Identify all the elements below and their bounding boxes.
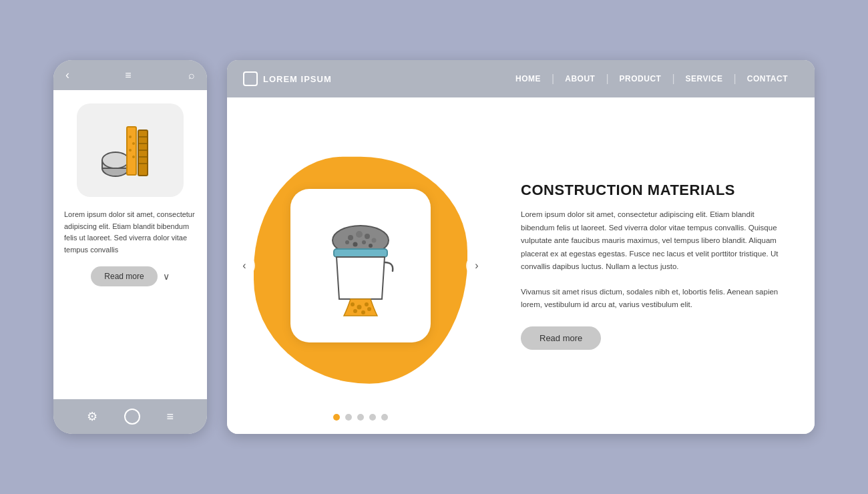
dot-2[interactable]: [345, 414, 352, 421]
desktop-body: ‹ › CONSTRUCTION MATERIALS Lorem: [227, 97, 815, 434]
settings-icon[interactable]: ⚙: [87, 409, 97, 424]
dot-5[interactable]: [381, 414, 388, 421]
nav-about[interactable]: ABOUT: [554, 74, 606, 83]
slider-left-arrow[interactable]: ‹: [234, 255, 255, 276]
right-chevron-icon: ›: [475, 260, 478, 272]
desktop-right-panel: CONSTRUCTION MATERIALS Lorem ipsum dolor…: [494, 97, 815, 434]
mobile-top-bar: ‹ ≡ ⌕: [53, 60, 207, 90]
mobile-mockup: ‹ ≡ ⌕: [53, 60, 207, 434]
svg-point-11: [132, 142, 135, 145]
svg-point-24: [351, 302, 355, 306]
bucket-card: [290, 189, 431, 342]
mobile-image-area: [77, 103, 184, 197]
mobile-bottom-bar: ⚙ ≡: [53, 399, 207, 434]
desktop-navbar: LOREM IPSUM HOME | ABOUT | PRODUCT | SER…: [227, 60, 815, 97]
svg-point-19: [345, 240, 349, 244]
svg-point-15: [348, 235, 353, 240]
svg-point-13: [132, 156, 135, 158]
svg-rect-3: [127, 127, 136, 175]
bucket-icon: [314, 212, 407, 319]
svg-point-16: [356, 231, 363, 238]
slider-right-arrow[interactable]: ›: [466, 255, 487, 276]
nav-service[interactable]: SERVICE: [675, 74, 734, 83]
main-container: ‹ ≡ ⌕: [33, 40, 835, 454]
svg-point-25: [357, 305, 362, 310]
search-icon[interactable]: ⌕: [188, 69, 195, 81]
nav-logo: LOREM IPSUM: [243, 71, 332, 86]
dot-4[interactable]: [369, 414, 376, 421]
section-paragraph-1: Lorem ipsum dolor sit amet, consectetur …: [521, 208, 788, 274]
desktop-mockup: LOREM IPSUM HOME | ABOUT | PRODUCT | SER…: [227, 60, 815, 434]
chevron-down-icon: ∨: [163, 271, 170, 282]
slider-dots: [333, 414, 388, 421]
nav-links: HOME | ABOUT | PRODUCT | SERVICE | CONTA…: [505, 73, 799, 85]
svg-point-10: [129, 136, 132, 138]
nav-home[interactable]: HOME: [505, 74, 552, 83]
svg-point-2: [102, 152, 129, 168]
svg-point-29: [367, 307, 371, 311]
dot-3[interactable]: [357, 414, 364, 421]
dot-1[interactable]: [333, 414, 340, 421]
materials-icon: [90, 113, 170, 187]
nav-contact[interactable]: CONTACT: [736, 74, 799, 83]
logo-text: LOREM IPSUM: [263, 74, 332, 84]
nav-product[interactable]: PRODUCT: [609, 74, 672, 83]
left-chevron-icon: ‹: [242, 260, 246, 272]
svg-point-18: [372, 238, 377, 243]
mobile-read-more-area: Read more ∨: [91, 266, 169, 286]
mobile-body-text: Lorem ipsum dolor sit amet, consectetur …: [64, 209, 196, 256]
svg-point-22: [369, 244, 373, 248]
desktop-read-more-button[interactable]: Read more: [521, 326, 601, 350]
svg-rect-23: [334, 249, 387, 257]
desktop-left-panel: ‹ ›: [227, 97, 494, 434]
svg-point-26: [365, 302, 369, 306]
svg-point-21: [362, 240, 366, 244]
section-paragraph-2: Vivamus sit amet risus dictum, sodales n…: [521, 286, 788, 312]
svg-point-17: [365, 234, 370, 239]
hamburger-icon[interactable]: ≡: [125, 69, 132, 81]
svg-point-20: [353, 242, 358, 247]
svg-point-12: [129, 149, 132, 152]
mobile-content: Lorem ipsum dolor sit amet, consectetur …: [53, 90, 207, 399]
back-icon[interactable]: ‹: [65, 68, 69, 82]
svg-point-27: [353, 309, 357, 313]
home-circle-icon[interactable]: [124, 409, 140, 425]
logo-square-icon: [243, 71, 258, 86]
mobile-read-more-button[interactable]: Read more: [91, 266, 157, 286]
svg-point-28: [361, 310, 365, 314]
menu-icon[interactable]: ≡: [167, 410, 174, 424]
section-title: CONSTRUCTION MATERIALS: [521, 182, 788, 199]
